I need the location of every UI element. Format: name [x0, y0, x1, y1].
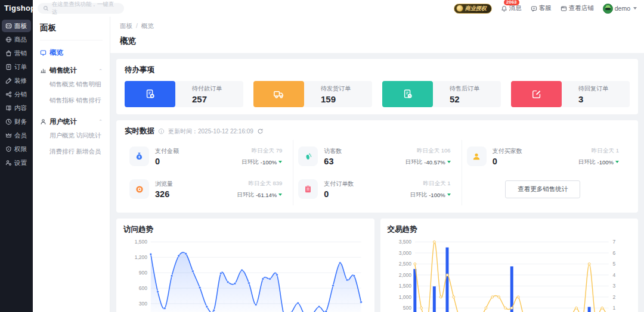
sidebar-item-settings[interactable]: 设置: [2, 157, 31, 169]
visitors-value: 63: [324, 157, 342, 166]
views-icon: [135, 185, 144, 194]
breadcrumb: 面板 / 概览: [120, 22, 634, 30]
svg-text:1,000: 1,000: [398, 294, 411, 300]
message-count-badge: 2063: [504, 0, 519, 5]
todo-pending-payment[interactable]: 待付款订单 257: [125, 81, 243, 107]
sidebar-item-orders[interactable]: 订单: [2, 61, 31, 73]
more-sales-stats-button[interactable]: 查看更多销售统计: [505, 180, 580, 198]
sidebar-item-dashboard[interactable]: 面板: [2, 20, 31, 32]
submenu-item-sales-rank[interactable]: 销售排行: [76, 96, 103, 105]
svg-text:1,500: 1,500: [398, 283, 411, 289]
submenu-item-sales-overview[interactable]: 销售概览: [49, 80, 76, 89]
submenu-item-new-members[interactable]: 新增会员: [76, 148, 103, 156]
todo-pending-reply[interactable]: 待回复订单 3: [511, 81, 630, 107]
svg-text:6: 6: [612, 250, 615, 256]
trade-trend-chart[interactable]: 05001,0001,5002,0002,5003,0003,500012345…: [388, 235, 631, 312]
breadcrumb-current: 概览: [141, 22, 154, 30]
submenu-item-consume-rank[interactable]: 消费排行: [49, 148, 76, 156]
todo-pending-aftersale[interactable]: 待售后订单 52: [382, 81, 501, 107]
submenu-item-overview[interactable]: 概览: [40, 48, 103, 57]
footprint-icon: [304, 152, 313, 161]
user-menu[interactable]: demo: [603, 4, 637, 14]
license-badge[interactable]: 商业授权: [454, 4, 492, 14]
pending-payment-order-icon: [145, 89, 156, 99]
submenu-item-sales-detail[interactable]: 销售明细: [76, 80, 103, 89]
money-bag-icon: [134, 151, 144, 161]
pending-aftersale-count: 52: [450, 94, 501, 104]
submenu-title: 面板: [40, 23, 103, 40]
decorate-icon: [5, 77, 12, 84]
pending-shipment-count: 159: [321, 94, 372, 104]
stat-pay-buyers: 支付买家数0 昨日全天 1 日环比-100%: [462, 140, 630, 173]
sidebar-item-content[interactable]: 内容: [2, 102, 31, 114]
svg-text:900: 900: [139, 270, 147, 276]
svg-text:1: 1: [612, 305, 615, 311]
submenu-item-visit-stats[interactable]: 访问统计: [76, 132, 103, 140]
page-title: 概览: [120, 36, 634, 46]
marketing-icon: [5, 50, 12, 57]
todo-card: 待办事项 待付款订单 257 待发货订单 159: [116, 59, 638, 114]
reply-edit-icon: [531, 89, 542, 99]
finance-icon: [5, 118, 12, 125]
svg-text:7: 7: [612, 239, 615, 245]
search-icon: [43, 5, 49, 11]
sidebar-item-decorate[interactable]: 装修: [2, 74, 31, 87]
view-shop-button[interactable]: 查看店铺: [561, 4, 594, 13]
realtime-title: 实时数据: [125, 126, 154, 136]
svg-text:1,200: 1,200: [135, 254, 147, 260]
visit-trend-title: 访问趋势: [123, 224, 367, 235]
stat-page-views: 浏览量326 昨日全天 839 日环比-61.14%: [125, 173, 293, 205]
submenu-section-sales[interactable]: 销售统计 ⌃: [40, 66, 103, 75]
svg-text:1,500: 1,500: [135, 239, 147, 245]
storefront-icon: [561, 5, 567, 12]
bell-icon: [501, 5, 507, 12]
info-icon[interactable]: [158, 128, 165, 135]
sidebar-item-member[interactable]: 会员: [2, 129, 31, 142]
submenu-item-user-overview[interactable]: 用户概览: [49, 132, 76, 140]
svg-text:2,000: 2,000: [398, 272, 411, 278]
svg-text:3,000: 3,000: [398, 250, 411, 256]
pay-amount-value: 0: [155, 157, 179, 166]
stat-visitors: 访客数63 昨日全天 106 日环比-40.57%: [293, 140, 461, 173]
pay-buyers-value: 0: [493, 157, 522, 166]
svg-text:4: 4: [612, 272, 615, 278]
trend-down-icon: [447, 194, 451, 196]
trend-down-icon: [447, 161, 451, 163]
visit-trend-card: 访问趋势 03006009001,2001,5002025-09-122025-…: [116, 219, 374, 312]
buyer-icon: [472, 152, 481, 161]
svg-text:500: 500: [402, 305, 411, 311]
refresh-icon[interactable]: [257, 128, 264, 135]
trade-trend-card: 交易趋势 05001,0001,5002,0002,5003,0003,5000…: [380, 219, 639, 312]
pay-orders-value: 0: [324, 189, 354, 199]
chevron-down-icon: [633, 7, 637, 10]
submenu-section-users[interactable]: 用户统计 ⌃: [40, 117, 103, 126]
todo-title: 待办事项: [125, 65, 630, 75]
sidebar-item-goods[interactable]: 商品: [2, 33, 31, 46]
aftersale-order-icon: [402, 89, 413, 99]
svg-text:2,500: 2,500: [398, 261, 411, 267]
svg-text:3: 3: [612, 283, 615, 289]
trade-trend-title: 交易趋势: [388, 224, 631, 235]
sidebar-item-marketing[interactable]: 营销: [2, 47, 31, 60]
visit-trend-chart[interactable]: 03006009001,2001,5002025-09-122025-09-16…: [123, 235, 367, 312]
messages-button[interactable]: 2063 消息: [501, 4, 522, 13]
sidebar-item-permission[interactable]: 权限: [2, 143, 31, 155]
stat-pay-orders: 支付订单数0 昨日全天 1 日环比-100%: [293, 173, 461, 205]
settings-icon: [5, 160, 12, 166]
trend-down-icon: [615, 161, 619, 163]
user-stats-icon: [40, 118, 47, 125]
stat-pay-amount: 支付金额0 昨日全天 79 日环比-100%: [125, 140, 293, 173]
order-icon: [5, 64, 12, 70]
collapse-caret-icon[interactable]: ⌃: [98, 120, 103, 124]
todo-pending-shipment[interactable]: 待发货订单 159: [253, 81, 372, 107]
breadcrumb-root[interactable]: 面板: [120, 22, 132, 30]
sidebar-item-distribution[interactable]: 分销: [2, 88, 31, 101]
submenu-item-sales-index[interactable]: 销售指标: [49, 96, 76, 105]
collapse-caret-icon[interactable]: ⌃: [98, 68, 103, 73]
breadcrumb-bar: 面板 / 概览 概览: [110, 17, 644, 53]
global-search-input[interactable]: 在这里查找功能，一键直达: [38, 3, 124, 14]
page-views-value: 326: [155, 189, 173, 199]
sidebar-item-finance[interactable]: 财务: [2, 116, 31, 128]
svg-text:300: 300: [139, 301, 147, 307]
customer-service-button[interactable]: 客服: [531, 4, 552, 13]
